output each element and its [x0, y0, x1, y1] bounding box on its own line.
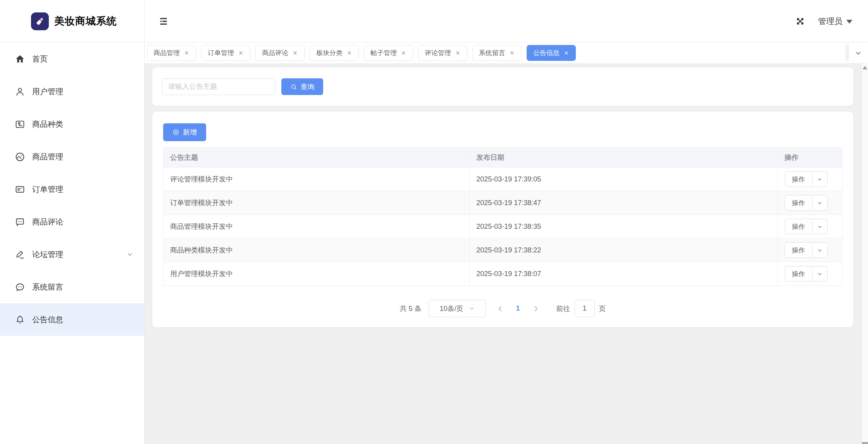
tab-order-management[interactable]: 订单管理 [201, 45, 250, 61]
tab-label: 系统留言 [479, 48, 505, 57]
action-dropdown-toggle[interactable] [813, 172, 827, 187]
cell-subject: 商品种类模块开发中 [164, 238, 470, 262]
tab-label: 商品管理 [153, 48, 180, 57]
bell-icon [15, 314, 25, 325]
chevron-down-icon [817, 224, 823, 230]
row-action-button[interactable]: 操作 [785, 242, 828, 258]
row-action-label: 操作 [785, 266, 812, 281]
cell-subject: 用户管理模块开发中 [164, 262, 470, 286]
search-icon [290, 83, 297, 90]
table-row: 商品种类模块开发中 2025-03-19 17:38:22 操作 [164, 238, 842, 262]
tab-label: 帖子管理 [370, 48, 397, 57]
tab-goods-comments[interactable]: 商品评论 [255, 45, 305, 61]
close-icon[interactable] [509, 50, 515, 56]
close-icon[interactable] [292, 50, 298, 56]
page-size-select[interactable]: 10条/页 [429, 300, 486, 317]
header-tools: 管理员 [796, 16, 852, 27]
sidebar-item-label: 公告信息 [32, 314, 133, 325]
close-icon[interactable] [455, 50, 461, 56]
close-icon[interactable] [238, 50, 244, 56]
sidebar-item-goods[interactable]: 商品管理 [0, 140, 144, 173]
sidebar-item-users[interactable]: 用户管理 [0, 75, 144, 108]
current-page[interactable]: 1 [516, 304, 520, 313]
sidebar-item-forum[interactable]: 论坛管理 [0, 238, 144, 271]
notices-table: 公告主题 发布日期 操作 评论管理模块开发中 2025-03-19 17:39:… [163, 147, 842, 286]
chevron-down-icon [469, 306, 475, 311]
tab-system-messages[interactable]: 系统留言 [472, 45, 522, 61]
row-action-button[interactable]: 操作 [785, 266, 828, 282]
chevron-down-icon [126, 251, 133, 258]
main-column: 管理员 商品管理 订单管理 商品评论 板块分类 帖子管理 评论管理 [145, 0, 868, 444]
sidebar-item-goods-category[interactable]: 商品种类 [0, 108, 144, 140]
app-title: 美妆商城系统 [54, 14, 117, 28]
scroll-down-arrow-icon[interactable] [862, 442, 868, 444]
action-dropdown-toggle[interactable] [813, 195, 827, 210]
sidebar-item-label: 论坛管理 [32, 249, 119, 260]
tab-overflow-button[interactable] [849, 43, 868, 63]
page-size-value: 10条/页 [439, 304, 463, 313]
tab-label: 订单管理 [208, 48, 234, 57]
tab-board-categories[interactable]: 板块分类 [310, 45, 359, 61]
tab-comment-management[interactable]: 评论管理 [418, 45, 467, 61]
action-dropdown-toggle[interactable] [813, 243, 827, 257]
row-action-label: 操作 [785, 195, 812, 210]
action-dropdown-toggle[interactable] [813, 219, 827, 234]
search-input[interactable] [162, 78, 275, 95]
cell-date: 2025-03-19 17:38:22 [470, 238, 778, 262]
sidebar-item-comments[interactable]: 商品评论 [0, 206, 144, 238]
cell-date: 2025-03-19 17:39:05 [470, 168, 778, 191]
caret-down-icon [846, 20, 852, 24]
search-panel: 查询 [152, 67, 853, 106]
fullscreen-icon[interactable] [796, 17, 805, 26]
sidebar-item-orders[interactable]: 订单管理 [0, 173, 144, 206]
user-menu[interactable]: 管理员 [818, 16, 852, 27]
action-dropdown-toggle[interactable] [813, 266, 827, 281]
column-header-date: 发布日期 [470, 148, 778, 168]
sidebar: 美妆商城系统 首页 用户管理 商品种类 商品管理 [0, 0, 145, 444]
sidebar-item-system-messages[interactable]: 系统留言 [0, 271, 144, 303]
table-row: 评论管理模块开发中 2025-03-19 17:39:05 操作 [164, 168, 842, 191]
pagination: 共 5 条 10条/页 1 前往 页 [163, 300, 842, 317]
user-icon [15, 86, 25, 97]
tab-label: 评论管理 [425, 48, 451, 57]
tab-post-management[interactable]: 帖子管理 [364, 45, 413, 61]
search-button[interactable]: 查询 [281, 78, 323, 95]
user-name: 管理员 [818, 16, 842, 27]
goto-label: 前往 [556, 304, 570, 313]
scroll-up-arrow-icon[interactable] [863, 66, 867, 69]
search-button-label: 查询 [301, 82, 315, 92]
close-icon[interactable] [563, 50, 569, 56]
row-action-button[interactable]: 操作 [785, 219, 828, 234]
cell-subject: 订单管理模块开发中 [164, 191, 470, 215]
pagination-total: 共 5 条 [400, 304, 421, 313]
table-row: 用户管理模块开发中 2025-03-19 17:38:07 操作 [164, 262, 842, 286]
table-row: 订单管理模块开发中 2025-03-19 17:38:47 操作 [164, 191, 842, 215]
next-page-button[interactable] [532, 304, 540, 313]
vertical-scrollbar[interactable] [861, 64, 868, 444]
sidebar-item-label: 商品管理 [32, 152, 133, 162]
page-content: 查询 新增 公告主题 发布日期 操作 [145, 63, 868, 444]
sidebar-item-label: 用户管理 [32, 86, 133, 97]
goto-page-input[interactable] [575, 300, 595, 317]
fold-menu-icon[interactable] [158, 16, 169, 26]
table-row: 商品管理模块开发中 2025-03-19 17:38:35 操作 [164, 215, 842, 238]
sidebar-item-notices[interactable]: 公告信息 [0, 303, 144, 336]
tab-notices[interactable]: 公告信息 [527, 45, 576, 61]
sidebar-item-label: 首页 [32, 54, 133, 64]
close-icon[interactable] [184, 50, 189, 56]
prev-page-button[interactable] [496, 304, 505, 313]
row-action-button[interactable]: 操作 [785, 171, 828, 187]
cell-subject: 评论管理模块开发中 [164, 168, 470, 191]
cell-date: 2025-03-19 17:38:35 [470, 215, 778, 238]
tab-bar: 商品管理 订单管理 商品评论 板块分类 帖子管理 评论管理 系统留言 公告信息 [145, 43, 868, 63]
column-header-action: 操作 [778, 148, 842, 168]
sidebar-menu: 首页 用户管理 商品种类 商品管理 订单管理 [0, 43, 144, 444]
close-icon[interactable] [346, 50, 352, 56]
sidebar-item-home[interactable]: 首页 [0, 43, 144, 75]
table-header-row: 公告主题 发布日期 操作 [164, 148, 842, 168]
tab-goods-management[interactable]: 商品管理 [147, 45, 196, 61]
row-action-button[interactable]: 操作 [785, 195, 828, 211]
close-icon[interactable] [401, 50, 406, 56]
add-button[interactable]: 新增 [163, 123, 206, 141]
order-ticket-icon [15, 184, 25, 195]
